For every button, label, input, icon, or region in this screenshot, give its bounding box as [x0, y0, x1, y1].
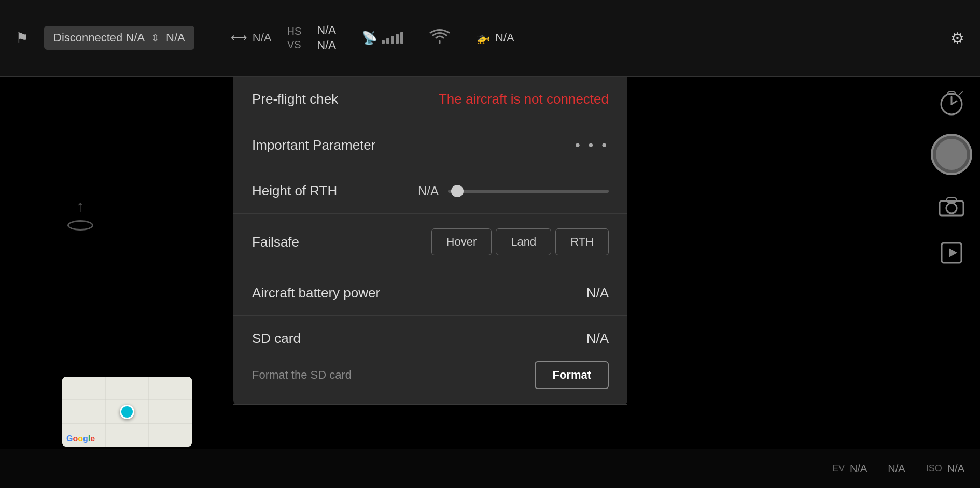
svg-point-3	[946, 203, 957, 213]
altitude-value: N/A	[166, 31, 185, 45]
rth-slider[interactable]	[448, 190, 609, 193]
wifi-icon	[429, 28, 450, 48]
circle-base-icon	[67, 220, 93, 231]
drone-na-value: N/A	[495, 31, 514, 45]
photo-icon[interactable]	[936, 191, 967, 222]
battery-row: Aircraft battery power N/A	[233, 270, 627, 316]
important-param-row: Important Parameter • • •	[233, 122, 627, 168]
rth-row: Height of RTH N/A	[233, 168, 627, 214]
gallery-icon[interactable]	[936, 237, 967, 268]
signal-bars	[382, 32, 403, 44]
ev-label: EV	[832, 463, 845, 474]
rth-slider-thumb[interactable]	[451, 185, 464, 197]
preflight-row: Pre-flight chek The aircraft is not conn…	[233, 77, 627, 122]
failsafe-row: Failsafe Hover Land RTH	[233, 214, 627, 270]
arrow-icon: ⇕	[151, 32, 160, 44]
failsafe-rth-button[interactable]: RTH	[555, 228, 609, 255]
signal-bar-3	[391, 36, 394, 44]
vs-label: VS	[287, 38, 301, 51]
sd-card-label: SD card	[252, 331, 301, 347]
na2-display: N/A	[888, 463, 905, 475]
settings-panel: Pre-flight chek The aircraft is not conn…	[233, 77, 627, 405]
shutter-button[interactable]	[931, 134, 972, 175]
bottom-bar: EV N/A N/A ISO N/A	[0, 449, 980, 488]
top-bar: ⚑ Disconnected N/A ⇕ N/A ⟷ N/A HS VS N/A…	[0, 0, 980, 77]
battery-label: Aircraft battery power	[252, 285, 380, 301]
failsafe-land-button[interactable]: Land	[496, 228, 551, 255]
failsafe-buttons: Hover Land RTH	[431, 228, 609, 255]
ev-value: N/A	[850, 463, 867, 475]
shutter-inner	[936, 139, 967, 170]
flag-icon: ⚑	[16, 30, 29, 47]
important-param-label: Important Parameter	[252, 137, 375, 153]
preflight-label: Pre-flight chek	[252, 91, 338, 107]
signal-bar-4	[396, 34, 399, 44]
hs-vs-labels: HS VS	[287, 24, 301, 51]
settings-icon[interactable]: ⚙	[950, 29, 964, 47]
camera-timer-icon[interactable]	[936, 87, 967, 118]
drone-status: 🚁 N/A	[476, 31, 514, 45]
battery-value: N/A	[586, 285, 609, 301]
rth-label: Height of RTH	[252, 183, 337, 199]
connection-status[interactable]: Disconnected N/A ⇕ N/A	[44, 26, 194, 50]
svg-marker-6	[949, 248, 957, 257]
iso-value: N/A	[947, 463, 964, 475]
vs-value: N/A	[317, 38, 336, 53]
upload-icon: ↑	[67, 197, 93, 231]
hs-value: N/A	[317, 23, 336, 38]
failsafe-label: Failsafe	[252, 234, 299, 250]
format-button[interactable]: Format	[535, 361, 609, 389]
preflight-error: The aircraft is not connected	[439, 91, 609, 107]
google-logo: Google	[66, 434, 95, 443]
failsafe-hover-button[interactable]: Hover	[431, 228, 492, 255]
map-marker	[120, 405, 134, 419]
iso-display: ISO N/A	[926, 463, 964, 475]
na2-value: N/A	[888, 463, 905, 475]
sd-card-format-row: Format the SD card Format	[233, 352, 627, 404]
iso-label: ISO	[926, 463, 942, 474]
signal-bar-2	[386, 38, 389, 44]
format-sd-label: Format the SD card	[252, 368, 352, 382]
ev-display: EV N/A	[832, 463, 867, 475]
rth-value: N/A	[418, 184, 439, 198]
sd-card-value: N/A	[586, 331, 609, 347]
rth-control[interactable]: N/A	[418, 184, 609, 198]
distance-arrow-icon: ⟷	[231, 31, 247, 45]
signal-icon: 📡	[362, 31, 377, 45]
distance-value: N/A	[253, 31, 272, 45]
distance-display: ⟷ N/A	[231, 31, 272, 45]
signal-bar-1	[382, 40, 385, 44]
more-options-icon[interactable]: • • •	[575, 137, 609, 153]
hs-label: HS	[287, 24, 301, 38]
drone-icon: 🚁	[476, 31, 490, 45]
connection-label: Disconnected N/A	[53, 31, 145, 45]
signal-display: 📡	[362, 31, 403, 45]
sd-card-section: SD card N/A Format the SD card Format	[233, 316, 627, 405]
up-arrow-icon: ↑	[76, 197, 85, 216]
map-widget[interactable]: × Google	[62, 377, 192, 447]
right-sidebar	[923, 77, 980, 488]
sd-card-row: SD card N/A	[233, 316, 627, 352]
signal-bar-5	[400, 32, 403, 44]
speed-values: N/A N/A	[317, 23, 336, 52]
